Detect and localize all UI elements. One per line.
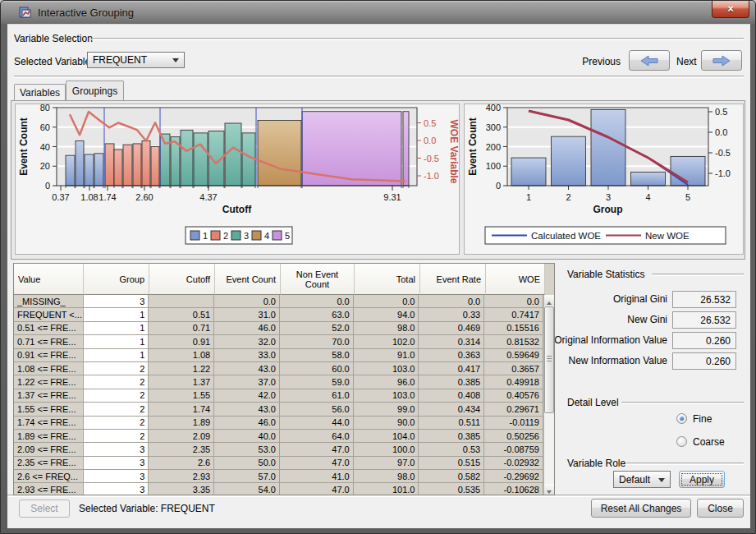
cell[interactable]: 33.0 [214, 349, 280, 362]
cell[interactable]: 0.91 <= FRE... [14, 349, 84, 362]
table-row[interactable]: 1.08 <= FRE...21.2243.060.0103.00.4170.3… [14, 362, 543, 375]
cell[interactable]: 0.91 [149, 335, 214, 348]
cell[interactable]: 3 [84, 457, 149, 470]
cell[interactable]: 2 [84, 417, 149, 430]
cell[interactable]: 90.0 [354, 417, 419, 430]
cell[interactable]: 59.0 [280, 375, 354, 389]
table-row[interactable]: 1.55 <= FRE...21.7443.056.099.00.4340.29… [14, 403, 543, 416]
cell[interactable]: 52.0 [280, 322, 354, 335]
cell[interactable]: 2 [84, 403, 149, 416]
cell[interactable]: 2.93 [149, 470, 214, 483]
column-header[interactable]: Event Count [215, 264, 281, 295]
cell[interactable]: 57.0 [214, 470, 280, 483]
cell[interactable]: 40.0 [214, 430, 280, 443]
cell[interactable]: 0.7417 [484, 308, 543, 321]
cell[interactable]: 1.37 <= FRE... [14, 389, 84, 403]
cell[interactable]: 0.3657 [484, 362, 543, 375]
cell[interactable]: 0.0 [280, 295, 354, 308]
cell[interactable]: 1.08 [149, 349, 214, 362]
cell[interactable]: 3 [84, 295, 149, 308]
cell[interactable]: 56.0 [280, 403, 354, 416]
cell[interactable]: 0.50256 [484, 430, 543, 443]
table-row[interactable]: 2.35 <= FRE...32.650.047.097.00.515-0.02… [14, 457, 543, 470]
cell[interactable]: 0.51 <= FRE... [14, 322, 84, 335]
scrollbar-thumb[interactable] [544, 306, 554, 413]
cell[interactable]: 1 [84, 335, 149, 348]
cell[interactable]: 1.89 [149, 417, 214, 430]
scroll-down-icon[interactable] [544, 484, 554, 495]
cell[interactable]: 3 [84, 483, 149, 495]
cell[interactable]: 97.0 [354, 457, 419, 470]
cell[interactable]: 1.74 <= FRE... [14, 417, 84, 430]
tab-groupings[interactable]: Groupings [66, 81, 124, 100]
cell[interactable]: 1.37 [149, 375, 214, 389]
cell[interactable]: 3 [84, 470, 149, 483]
cell[interactable]: 0.53 [419, 443, 484, 456]
cell[interactable]: 46.0 [214, 417, 280, 430]
table-row[interactable]: 2.6 <= FREQ...32.9357.041.098.00.582-0.2… [14, 470, 543, 483]
cell[interactable]: 2.6 [149, 457, 214, 470]
cell[interactable]: 2.35 <= FRE... [14, 457, 84, 470]
cell[interactable]: 47.0 [280, 443, 354, 456]
cell[interactable]: 1.55 [149, 389, 214, 403]
cell[interactable]: 44.0 [280, 417, 354, 430]
cell[interactable]: 0.40576 [484, 389, 543, 403]
cell[interactable]: 1.22 <= FRE... [14, 375, 84, 389]
cell[interactable]: 2 [84, 430, 149, 443]
cell[interactable]: 98.0 [354, 322, 419, 335]
cell[interactable]: 0.469 [419, 322, 484, 335]
cell[interactable]: 37.0 [214, 375, 280, 389]
cell[interactable]: 1.55 <= FRE... [14, 403, 84, 416]
cell[interactable]: 43.0 [214, 362, 280, 375]
cell[interactable]: 0.408 [419, 389, 484, 403]
cell[interactable]: 0.0 [484, 295, 543, 308]
cell[interactable]: 0.71 <= FRE... [14, 335, 84, 348]
cell[interactable]: 1.74 [149, 403, 214, 416]
cell[interactable]: 102.0 [354, 335, 419, 348]
close-window-button[interactable]: × [712, 1, 749, 18]
cell[interactable]: 46.0 [214, 322, 280, 335]
cell[interactable]: 1.08 <= FRE... [14, 362, 84, 375]
cell[interactable]: -0.08759 [484, 443, 543, 456]
cell[interactable]: 0.0 [354, 295, 419, 308]
cell[interactable]: 0.434 [419, 403, 484, 416]
cell[interactable]: 53.0 [214, 443, 280, 456]
cell[interactable]: 50.0 [214, 457, 280, 470]
cell[interactable]: 61.0 [280, 389, 354, 403]
cell[interactable]: 0.417 [419, 362, 484, 375]
cell[interactable]: 3.35 [149, 483, 214, 495]
cell[interactable]: 2 [84, 389, 149, 403]
column-header[interactable]: Event Rate [420, 264, 486, 295]
cell[interactable]: 43.0 [214, 403, 280, 416]
cell[interactable] [149, 295, 214, 308]
cell[interactable]: 58.0 [280, 349, 354, 362]
cell[interactable]: 0.314 [419, 335, 484, 348]
cell[interactable]: 63.0 [280, 308, 354, 321]
column-header[interactable]: Non Event Count [281, 264, 355, 295]
column-header[interactable]: Group [84, 264, 149, 295]
cell[interactable]: 2.6 <= FREQ... [14, 470, 84, 483]
cell[interactable]: 0.511 [419, 417, 484, 430]
cell[interactable]: 0.33 [419, 308, 484, 321]
scroll-up-icon[interactable] [544, 295, 554, 306]
cell[interactable]: 2.93 <= FRE... [14, 483, 84, 495]
table-row[interactable]: 1.37 <= FRE...21.5542.061.0103.00.4080.4… [14, 389, 543, 403]
title-bar[interactable]: Interactive Grouping × [1, 1, 755, 24]
cell[interactable]: 31.0 [214, 308, 280, 321]
cell[interactable]: 41.0 [280, 470, 354, 483]
cell[interactable]: 1.89 <= FRE... [14, 430, 84, 443]
table-row[interactable]: 2.09 <= FRE...32.3553.047.0100.00.53-0.0… [14, 443, 543, 456]
cell[interactable]: 0.51 [149, 308, 214, 321]
cell[interactable]: 1 [84, 322, 149, 335]
cell[interactable]: 99.0 [354, 403, 419, 416]
cell[interactable]: 0.71 [149, 322, 214, 335]
cell[interactable]: 2 [84, 362, 149, 375]
cell[interactable]: 3 [84, 443, 149, 456]
cell[interactable]: 0.515 [419, 457, 484, 470]
cell[interactable]: 94.0 [354, 308, 419, 321]
table-row[interactable]: 2.93 <= FRE...33.3554.047.0101.00.535-0.… [14, 483, 543, 495]
cell[interactable]: 0.535 [419, 483, 484, 495]
cell[interactable]: 42.0 [214, 389, 280, 403]
table-scrollbar[interactable] [543, 295, 554, 495]
column-header[interactable]: WOE [486, 264, 545, 295]
